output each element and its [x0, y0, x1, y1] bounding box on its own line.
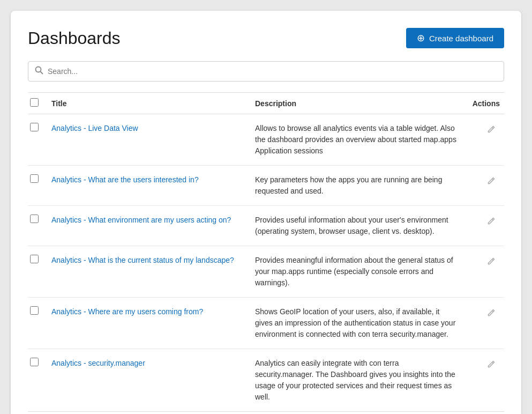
row-description-cell: Analytics can easily integrate with con …: [251, 349, 461, 412]
row-title-cell: Analytics - security.manager: [47, 349, 251, 412]
dashboard-link-6[interactable]: Analytics - security.manager: [51, 359, 145, 367]
header-row: Dashboards ⊕ Create dashboard: [28, 28, 504, 48]
table-row: Analytics - Where are my users coming fr…: [28, 298, 504, 349]
row-checkbox-cell: [28, 166, 47, 206]
table-row: Analytics - Live Data ViewAllows to brow…: [28, 114, 504, 166]
dashboard-description-2: Key parameters how the apps you are runn…: [255, 175, 442, 195]
select-all-checkbox[interactable]: [30, 98, 39, 107]
search-input[interactable]: [48, 67, 497, 76]
row-description-cell: Key parameters how the apps you are runn…: [251, 166, 461, 206]
table-body: Analytics - Live Data ViewAllows to brow…: [28, 114, 504, 412]
svg-point-0: [36, 67, 41, 72]
row-title-cell: Analytics - What environment are my user…: [47, 206, 251, 246]
header-checkbox-cell: [28, 93, 47, 114]
dashboard-description-3: Provides useful information about your u…: [255, 216, 448, 235]
dashboards-container: Dashboards ⊕ Create dashboard Title Desc…: [11, 11, 521, 414]
row-title-cell: Analytics - What are the users intereste…: [47, 166, 251, 206]
dashboards-table: Title Description Actions Analytics - Li…: [28, 92, 504, 412]
header-actions: Actions: [461, 93, 504, 114]
row-title-cell: Analytics - Where are my users coming fr…: [47, 298, 251, 349]
row-checkbox-cell: [28, 349, 47, 412]
row-actions-cell: [461, 206, 504, 246]
plus-icon: ⊕: [417, 33, 425, 43]
row-actions-cell: [461, 298, 504, 349]
row-checkbox-6[interactable]: [30, 358, 39, 366]
page-title: Dashboards: [28, 28, 121, 48]
row-actions-cell: [461, 166, 504, 206]
row-checkbox-cell: [28, 298, 47, 349]
create-dashboard-label: Create dashboard: [429, 34, 493, 43]
row-checkbox-2[interactable]: [30, 174, 39, 183]
table-header-row: Title Description Actions: [28, 93, 504, 114]
edit-button-1[interactable]: [483, 123, 500, 136]
row-checkbox-5[interactable]: [30, 306, 39, 315]
header-description: Description: [251, 93, 461, 114]
dashboard-description-6: Analytics can easily integrate with con …: [255, 359, 455, 401]
row-checkbox-1[interactable]: [30, 123, 39, 131]
row-description-cell: Shows GeoIP location of your users, also…: [251, 298, 461, 349]
dashboard-link-5[interactable]: Analytics - Where are my users coming fr…: [51, 307, 203, 316]
table-row: Analytics - What environment are my user…: [28, 206, 504, 246]
search-row: [28, 61, 504, 82]
row-title-cell: Analytics - What is the current status o…: [47, 246, 251, 298]
row-actions-cell: [461, 246, 504, 298]
row-checkbox-cell: [28, 246, 47, 298]
table-row: Analytics - What is the current status o…: [28, 246, 504, 298]
row-actions-cell: [461, 349, 504, 412]
edit-button-4[interactable]: [483, 255, 500, 268]
row-description-cell: Provides useful information about your u…: [251, 206, 461, 246]
row-actions-cell: [461, 114, 504, 166]
edit-button-3[interactable]: [483, 215, 500, 227]
edit-button-5[interactable]: [483, 306, 500, 319]
dashboard-link-4[interactable]: Analytics - What is the current status o…: [51, 256, 234, 264]
edit-button-6[interactable]: [483, 358, 500, 371]
row-checkbox-cell: [28, 206, 47, 246]
svg-line-1: [41, 72, 43, 75]
header-title: Title: [47, 93, 251, 114]
dashboard-link-2[interactable]: Analytics - What are the users intereste…: [51, 175, 199, 184]
row-description-cell: Allows to browse all analytics events vi…: [251, 114, 461, 166]
edit-button-2[interactable]: [483, 174, 500, 187]
dashboard-link-3[interactable]: Analytics - What environment are my user…: [51, 216, 231, 224]
dashboard-description-1: Allows to browse all analytics events vi…: [255, 124, 456, 155]
row-checkbox-cell: [28, 114, 47, 166]
search-icon: [35, 66, 43, 77]
dashboard-description-4: Provides meaningful information about th…: [255, 256, 453, 287]
dashboard-description-5: Shows GeoIP location of your users, also…: [255, 307, 455, 338]
row-title-cell: Analytics - Live Data View: [47, 114, 251, 166]
row-checkbox-3[interactable]: [30, 215, 39, 223]
row-checkbox-4[interactable]: [30, 255, 39, 263]
dashboard-link-1[interactable]: Analytics - Live Data View: [51, 124, 138, 132]
row-description-cell: Provides meaningful information about th…: [251, 246, 461, 298]
table-row: Analytics - security.managerAnalytics ca…: [28, 349, 504, 412]
create-dashboard-button[interactable]: ⊕ Create dashboard: [406, 28, 504, 48]
table-row: Analytics - What are the users intereste…: [28, 166, 504, 206]
